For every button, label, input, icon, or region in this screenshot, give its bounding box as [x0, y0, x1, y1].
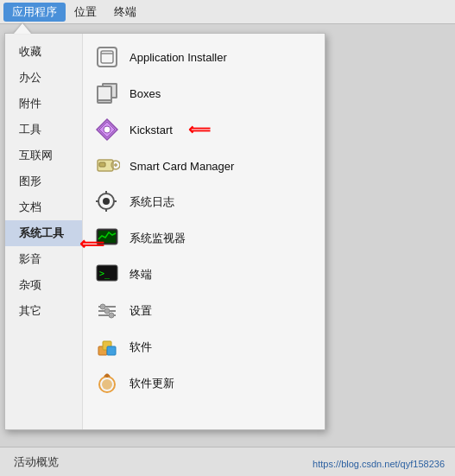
- software-icon: [93, 333, 121, 361]
- category-other[interactable]: 其它: [5, 298, 82, 324]
- svg-text:>_: >_: [99, 269, 111, 279]
- kickstart-icon: [93, 116, 121, 143]
- category-misc[interactable]: 杂项: [5, 272, 82, 298]
- menu-item-software[interactable]: 软件: [83, 329, 325, 365]
- menu-triangle: [14, 23, 31, 34]
- menu-item-label-sysmonitor: 系统监视器: [130, 231, 186, 246]
- monitor-icon: [93, 225, 121, 252]
- menu-item-label-syslog: 系统日志: [130, 194, 174, 210]
- menu-item-label-update: 软件更新: [130, 376, 174, 391]
- bottom-label[interactable]: 活动概览: [14, 454, 59, 470]
- arrow-kickstart: ⟸: [188, 120, 211, 139]
- log-icon: [93, 188, 121, 216]
- svg-rect-12: [99, 162, 105, 167]
- category-system-tools[interactable]: 系统工具: [5, 220, 82, 246]
- watermark: https://blog.csdn.net/qyf158236: [313, 459, 445, 469]
- menu-item-settings[interactable]: 设置: [83, 293, 325, 329]
- category-media[interactable]: 影音: [5, 246, 82, 272]
- menu-item-boxes[interactable]: Boxes: [83, 75, 325, 111]
- category-documents[interactable]: 文档: [5, 194, 82, 220]
- items-column: Application Installer Boxes: [83, 34, 325, 429]
- category-internet[interactable]: 互联网: [5, 143, 82, 168]
- svg-point-29: [100, 304, 105, 309]
- menu-item-terminal[interactable]: >_ 终端: [83, 257, 325, 293]
- menu-item-sysmonitor[interactable]: 系统监视器: [83, 220, 325, 257]
- svg-point-36: [102, 379, 112, 390]
- category-office[interactable]: 办公: [5, 65, 82, 91]
- category-favorites[interactable]: 收藏: [5, 39, 82, 65]
- dropdown-menu: 收藏 办公 附件 工具 互联网 图形 文档 系统工具 影音 杂项 其它 Appl…: [4, 33, 325, 430]
- menubar-item-places[interactable]: 位置: [66, 3, 105, 22]
- menu-item-label-boxes: Boxes: [130, 87, 161, 100]
- category-tools[interactable]: 工具: [5, 117, 82, 143]
- menubar-item-terminal[interactable]: 终端: [105, 3, 145, 22]
- svg-point-30: [109, 313, 114, 318]
- category-accessories[interactable]: 附件: [5, 91, 82, 117]
- menubar-item-apps[interactable]: 应用程序: [3, 3, 66, 22]
- svg-point-10: [104, 126, 111, 133]
- menu-item-syslog[interactable]: 系统日志: [83, 184, 325, 220]
- svg-rect-1: [101, 51, 113, 63]
- menu-item-label-software: 软件: [130, 340, 152, 355]
- category-column: 收藏 办公 附件 工具 互联网 图形 文档 系统工具 影音 杂项 其它: [5, 34, 83, 429]
- update-icon: [93, 370, 121, 397]
- menubar: 应用程序 位置 终端: [0, 0, 455, 24]
- menu-item-smartcard[interactable]: Smart Card Manager: [83, 148, 325, 184]
- bottom-bar: 活动概览 https://blog.csdn.net/qyf158236: [0, 447, 455, 476]
- menu-item-label-terminal: 终端: [130, 267, 152, 282]
- smartcard-icon: [93, 152, 121, 180]
- cube-icon: [93, 79, 121, 107]
- terminal-icon: >_: [93, 261, 121, 289]
- menu-item-label-kickstart: Kickstart: [130, 124, 173, 136]
- svg-rect-34: [107, 346, 116, 355]
- menu-item-label-app-installer: Application Installer: [130, 51, 227, 64]
- svg-rect-7: [98, 86, 111, 100]
- svg-point-31: [104, 308, 110, 314]
- menu-item-update[interactable]: 软件更新: [83, 365, 325, 402]
- menu-item-label-settings: 设置: [130, 303, 152, 319]
- menu-item-kickstart[interactable]: Kickstart ⟸: [83, 111, 325, 148]
- menu-item-label-smartcard: Smart Card Manager: [130, 160, 234, 173]
- menu-item-app-installer[interactable]: Application Installer: [83, 39, 325, 75]
- svg-point-17: [103, 198, 110, 205]
- category-graphics[interactable]: 图形: [5, 168, 82, 194]
- box-icon: [93, 43, 121, 71]
- settings-icon: [93, 297, 121, 325]
